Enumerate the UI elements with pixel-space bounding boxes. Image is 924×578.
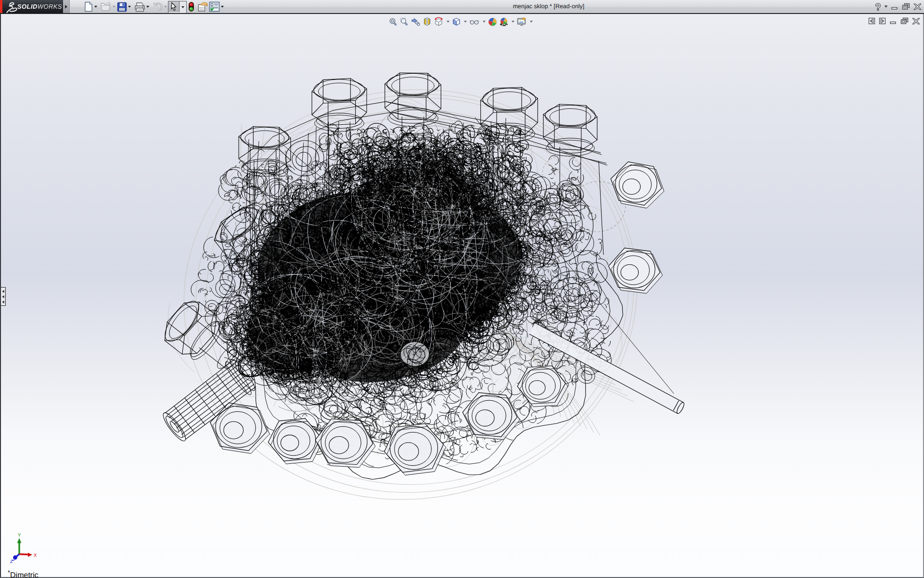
solidworks-wordmark: SOLIDWORKS	[17, 3, 62, 10]
menu-expand-button[interactable]	[63, 0, 70, 13]
left-arrow-icon	[2, 301, 4, 303]
titlebar: SOLIDWORKS menjac sklop * [Read-only]	[0, 0, 924, 14]
close-doc-button[interactable]	[912, 18, 920, 25]
screen-capture-icon	[517, 17, 527, 26]
window-title: menjac sklop * [Read-only]	[231, 0, 866, 13]
properties-button[interactable]	[197, 1, 208, 13]
minimize-icon	[889, 18, 897, 25]
feature-panel-collapse-tab[interactable]	[1, 287, 6, 306]
restore-doc-button[interactable]	[900, 17, 909, 25]
new-button[interactable]	[84, 1, 93, 13]
view-cube-icon	[434, 17, 444, 26]
svg-text:Z: Z	[10, 559, 13, 565]
minimize-button[interactable]	[889, 1, 900, 13]
caret-down-icon[interactable]	[464, 21, 467, 23]
caret-down-icon[interactable]	[128, 6, 131, 8]
screen-capture-button[interactable]	[517, 16, 527, 27]
close-button[interactable]	[911, 1, 923, 13]
help-button[interactable]	[873, 1, 883, 13]
caret-down-icon[interactable]	[483, 21, 486, 23]
scene-sphere-icon	[488, 17, 497, 26]
reference-triad: YXZ	[9, 533, 47, 566]
logo-red-strip	[0, 0, 2, 13]
zoom-fit-icon	[389, 17, 398, 26]
display-style-icon	[452, 17, 461, 26]
hide-show-items-button[interactable]	[469, 16, 480, 27]
select-cursor-icon	[169, 2, 178, 12]
select-tool-group	[168, 1, 187, 13]
solidworks-window: SOLIDWORKS menjac sklop * [Read-only] YX…	[0, 0, 924, 578]
minimize-icon	[891, 3, 898, 10]
select-tool-dropdown[interactable]	[180, 1, 186, 13]
options-button[interactable]	[209, 1, 220, 13]
save-button[interactable]	[117, 1, 127, 13]
caret-down-icon	[884, 5, 888, 8]
toolbar-button-properties	[197, 1, 208, 13]
left-arrow-icon	[2, 290, 4, 293]
left-arrow-icon	[2, 295, 4, 298]
svg-text:X: X	[34, 553, 37, 558]
svg-text:Y: Y	[18, 533, 21, 538]
undo-icon	[151, 1, 163, 12]
solidworks-logo: SOLIDWORKS	[0, 0, 63, 13]
new-document-icon	[84, 1, 93, 12]
help-menu-button[interactable]	[883, 1, 889, 13]
caret-down-icon[interactable]	[530, 21, 533, 23]
caret-down-icon[interactable]	[447, 21, 449, 23]
section-view-icon	[423, 17, 432, 26]
print-button[interactable]	[134, 1, 145, 13]
window-controls	[873, 0, 923, 13]
minimize-doc-button[interactable]	[889, 18, 897, 25]
open-folder-icon	[100, 1, 112, 12]
sphere-shadow-icon	[499, 17, 509, 26]
undo-button[interactable]	[151, 1, 163, 13]
caret-down-icon[interactable]	[146, 6, 149, 8]
expand-right-button[interactable]	[879, 17, 886, 25]
restore-icon	[900, 17, 909, 25]
traffic-light-icon	[188, 1, 194, 12]
apply-scene-button[interactable]	[488, 16, 497, 27]
view-orientation-label: *Dimetric	[8, 569, 38, 578]
zoom-area-button[interactable]	[400, 16, 409, 27]
toolbar-button-undo	[151, 1, 168, 13]
zoom-fit-button[interactable]	[389, 16, 398, 27]
caret-down-icon[interactable]	[164, 6, 167, 8]
options-checklist-icon	[209, 1, 220, 12]
headsup-view-toolbar	[389, 16, 535, 27]
restore-icon	[902, 3, 910, 10]
right-triangle-icon	[65, 5, 67, 9]
toolbar-button-print	[134, 1, 150, 13]
section-view-button[interactable]	[423, 16, 432, 27]
wireframe-model	[1, 14, 924, 578]
open-button[interactable]	[100, 1, 112, 13]
previous-view-icon	[411, 17, 421, 26]
close-icon	[912, 18, 920, 25]
print-icon	[134, 2, 145, 12]
toolbar-button-save	[117, 1, 132, 13]
toolbar-button-options	[209, 1, 225, 13]
previous-view-button[interactable]	[411, 16, 421, 27]
toolbar-button-new	[84, 1, 98, 13]
caret-down-icon[interactable]	[512, 21, 514, 23]
select-tool-button[interactable]	[168, 1, 180, 12]
collapse-left-button[interactable]	[868, 17, 875, 25]
performance-button[interactable]	[188, 1, 194, 13]
zoom-area-icon	[400, 17, 409, 26]
save-icon	[117, 2, 127, 12]
view-settings-button[interactable]	[499, 16, 509, 27]
file-properties-icon	[197, 1, 208, 12]
toolbar-button-open	[100, 1, 116, 13]
ds-swoosh-icon	[4, 1, 18, 13]
document-window-controls	[865, 17, 920, 25]
graphics-area[interactable]: YXZ *Dimetric	[0, 14, 924, 578]
help-icon	[874, 2, 882, 11]
caret-down-icon[interactable]	[113, 6, 116, 8]
caret-down-icon[interactable]	[94, 6, 97, 8]
expand-right-icon	[879, 17, 886, 25]
display-style-button[interactable]	[452, 16, 461, 27]
caret-down-icon[interactable]	[221, 6, 224, 8]
toolbar-button-performance	[188, 1, 194, 13]
view-orientation-button[interactable]	[434, 16, 444, 27]
restore-button[interactable]	[900, 1, 911, 13]
close-icon	[913, 3, 922, 10]
